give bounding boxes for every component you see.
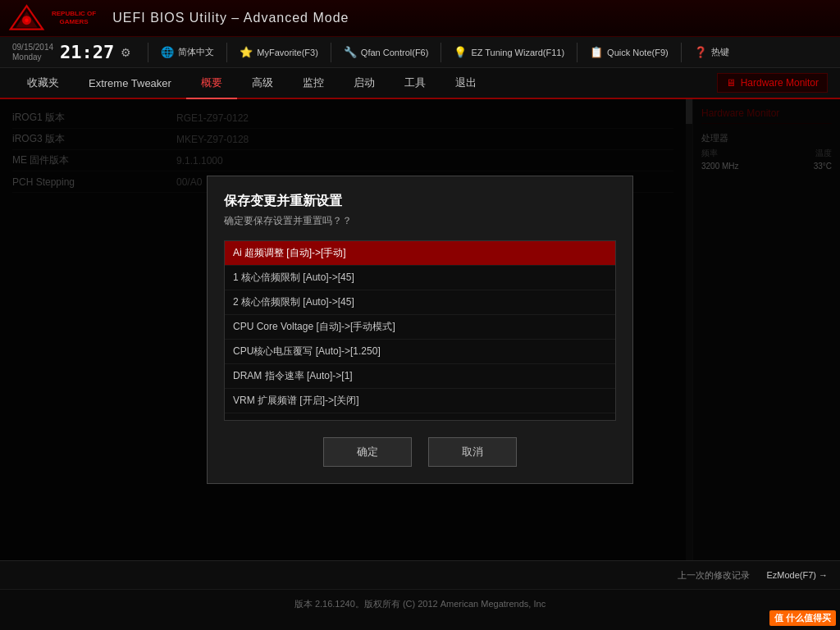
toolbar-bar: 09/15/2014 Monday 21:27 ⚙ 🌐 简体中文 ⭐ MyFav…	[0, 37, 840, 68]
day-display: Monday	[12, 52, 53, 62]
changes-list: Ai 超频调整 [自动]->[手动] 1 核心倍频限制 [Auto]->[45]…	[224, 240, 616, 421]
qfan-button[interactable]: 🔧 Qfan Control(F6)	[344, 46, 429, 58]
nav-boot[interactable]: 启动	[339, 67, 390, 98]
list-item[interactable]: Ai 超频调整 [自动]->[手动]	[225, 241, 615, 266]
svg-point-3	[25, 18, 28, 21]
fan-icon: 🔧	[344, 46, 357, 58]
nav-tools[interactable]: 工具	[390, 67, 441, 98]
logo-text: REPUBLIC OF GAMERS	[52, 10, 96, 25]
hw-monitor-button[interactable]: 🖥 Hardware Monitor	[717, 73, 828, 93]
divider-5	[577, 43, 578, 62]
bios-title: UEFI BIOS Utility – Advanced Mode	[112, 11, 349, 25]
nav-bar: 收藏夹 Extreme Tweaker 概要 高级 监控 启动 工具 退出 🖥 …	[0, 68, 840, 99]
time-display: 21:27	[60, 42, 114, 62]
list-item[interactable]: 1 核心倍频限制 [Auto]->[45]	[225, 266, 615, 290]
question-icon: ❓	[694, 46, 707, 58]
quicknote-button[interactable]: 📋 Quick Note(F9)	[590, 46, 669, 58]
ez-mode-label: EzMode(F7)	[766, 570, 816, 580]
monitor-icon: 🖥	[726, 77, 736, 89]
list-item[interactable]: 初始 BCLK 频率 [Auto]->[100.0]	[225, 413, 615, 421]
dialog-overlay: 保存变更并重新设置 确定要保存设置并重置吗？？ Ai 超频调整 [自动]->[手…	[0, 99, 840, 560]
main-content: iROG1 版本 RGE1-Z97-0122 iROG3 版本 MKEY-Z97…	[0, 99, 840, 560]
note-icon: 📋	[590, 46, 603, 58]
eztuning-button[interactable]: 💡 EZ Tuning Wizard(F11)	[454, 46, 564, 58]
logo-area: REPUBLIC OF GAMERS	[8, 4, 96, 33]
myfavorite-button[interactable]: ⭐ MyFavorite(F3)	[240, 46, 318, 58]
hw-monitor-label: Hardware Monitor	[741, 77, 819, 89]
date-display: 09/15/2014	[12, 43, 53, 52]
nav-monitor[interactable]: 监控	[288, 67, 339, 98]
divider-1	[148, 43, 148, 62]
quicknote-label: Quick Note(F9)	[607, 48, 669, 57]
hotkeys-label: 热键	[711, 46, 729, 58]
myfavorite-label: MyFavorite(F3)	[257, 48, 318, 57]
confirm-button[interactable]: 确定	[323, 437, 412, 467]
save-dialog: 保存变更并重新设置 确定要保存设置并重置吗？？ Ai 超频调整 [自动]->[手…	[207, 176, 633, 484]
bulb-icon: 💡	[454, 46, 467, 58]
list-item[interactable]: CPU Core Voltage [自动]->[手动模式]	[225, 315, 615, 340]
eztuning-label: EZ Tuning Wizard(F11)	[471, 48, 564, 57]
datetime-block: 09/15/2014 Monday 21:27 ⚙	[12, 42, 131, 62]
language-label: 简体中文	[178, 46, 214, 58]
ez-mode-button[interactable]: EzMode(F7) →	[766, 570, 828, 580]
header-bar: REPUBLIC OF GAMERS UEFI BIOS Utility – A…	[0, 0, 840, 37]
divider-3	[331, 43, 331, 62]
qfan-label: Qfan Control(F6)	[361, 48, 429, 57]
last-modified-text: 上一次的修改记录	[678, 569, 750, 582]
divider-4	[441, 43, 441, 62]
bottom-bar-1: 上一次的修改记录 EzMode(F7) →	[0, 560, 840, 589]
nav-extreme-tweaker[interactable]: Extreme Tweaker	[74, 67, 186, 98]
list-item[interactable]: DRAM 指令速率 [Auto]->[1]	[225, 364, 615, 389]
nav-overview[interactable]: 概要	[186, 68, 237, 99]
list-item[interactable]: 2 核心倍频限制 [Auto]->[45]	[225, 290, 615, 315]
nav-exit[interactable]: 退出	[441, 67, 491, 98]
footer-bar: 版本 2.16.1240。版权所有 (C) 2012 American Mega…	[0, 589, 840, 618]
footer-text: 版本 2.16.1240。版权所有 (C) 2012 American Mega…	[294, 598, 546, 610]
hotkeys-button[interactable]: ❓ 热键	[694, 46, 729, 58]
divider-2	[226, 43, 227, 62]
watermark: 值 什么值得买	[769, 610, 836, 626]
rog-logo	[8, 4, 45, 33]
nav-favorites[interactable]: 收藏夹	[12, 67, 74, 98]
star-icon: ⭐	[240, 46, 253, 58]
dialog-buttons: 确定 取消	[224, 437, 616, 467]
dialog-subtitle: 确定要保存设置并重置吗？？	[224, 214, 616, 228]
list-item[interactable]: CPU核心电压覆写 [Auto]->[1.250]	[225, 340, 615, 364]
divider-6	[681, 43, 682, 62]
cancel-button[interactable]: 取消	[428, 437, 517, 467]
list-item[interactable]: VRM 扩展频谱 [开启]->[关闭]	[225, 389, 615, 413]
arrow-right-icon: →	[819, 570, 828, 580]
globe-icon: 🌐	[161, 46, 174, 58]
nav-advanced[interactable]: 高级	[237, 67, 288, 98]
language-selector[interactable]: 🌐 简体中文	[161, 46, 214, 58]
settings-gear-icon[interactable]: ⚙	[121, 46, 131, 59]
dialog-title: 保存变更并重新设置	[224, 193, 616, 210]
